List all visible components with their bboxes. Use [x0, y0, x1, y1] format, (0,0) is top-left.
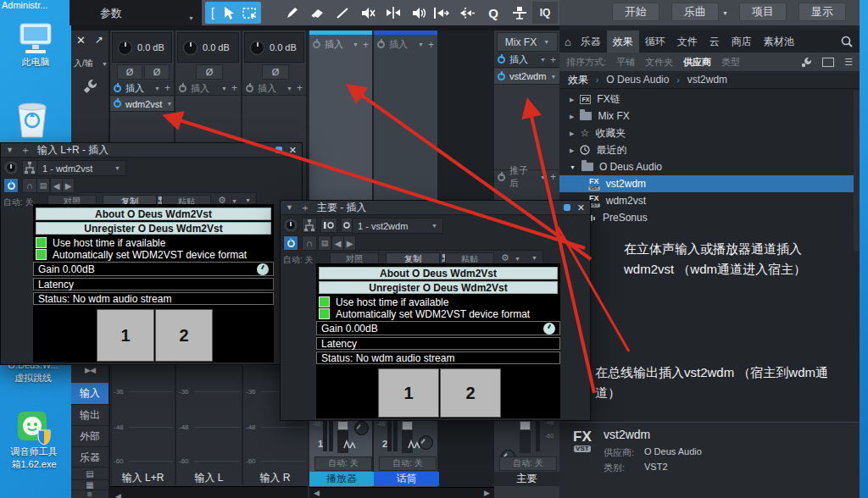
- scroll-left-icon[interactable]: ◀: [115, 492, 121, 498]
- automation-button[interactable]: 自动: 关: [499, 456, 557, 471]
- tab-shop[interactable]: 商店: [726, 30, 758, 53]
- line-tool[interactable]: [332, 3, 353, 23]
- h-scrollbar-right[interactable]: ◀▶: [309, 487, 494, 498]
- sort-vendor[interactable]: 供应商: [683, 56, 711, 69]
- gain-knob[interactable]: [250, 41, 264, 55]
- wrench-icon[interactable]: [83, 78, 98, 93]
- listen-tool[interactable]: [409, 3, 429, 23]
- prev-preset-icon[interactable]: ◀: [331, 235, 344, 251]
- bend-tool[interactable]: [383, 3, 403, 23]
- pin-icon[interactable]: [564, 204, 570, 211]
- mixfx-dropdown[interactable]: Mix FX ▼: [497, 32, 558, 52]
- collapse-icon[interactable]: ▼: [570, 164, 576, 170]
- close-icon[interactable]: ✕: [577, 202, 585, 213]
- window-titlebar[interactable]: ▼ ＋ 输入 L+R - 插入 ✕: [1, 143, 302, 158]
- gain-knob-icon[interactable]: [257, 263, 269, 275]
- insert-vst2wdm[interactable]: vst2wdm ▼: [494, 69, 559, 85]
- channel-color-bar[interactable]: [374, 30, 437, 35]
- fader-handle[interactable]: [402, 421, 413, 430]
- insert-power-icon[interactable]: [498, 73, 505, 80]
- view-panel-icon[interactable]: [822, 58, 834, 67]
- nudge-expand-tool[interactable]: [457, 3, 477, 23]
- sends-caret-icon[interactable]: ▼: [540, 174, 546, 180]
- checkbox-icon[interactable]: [319, 308, 330, 319]
- channel-name-input-lr[interactable]: 输入 L+R: [110, 471, 175, 485]
- fader-handle[interactable]: [520, 421, 531, 430]
- tree-item-presonus[interactable]: PreSonus: [559, 209, 860, 226]
- input-toggle-icon[interactable]: [320, 218, 337, 233]
- insert-section-header[interactable]: 插入 ▼ +: [309, 37, 372, 52]
- project-page-button[interactable]: 项目: [739, 3, 787, 21]
- insert-wdm2vst[interactable]: wdm2vst ▼: [110, 97, 174, 112]
- sends-power-icon[interactable]: [498, 174, 505, 181]
- close-mixer-icon[interactable]: ✕: [76, 34, 86, 47]
- sends-section-header[interactable]: 推子后 ▼ +: [494, 169, 559, 184]
- inserts-caret-icon[interactable]: ▼: [418, 42, 424, 47]
- window-menu-icon[interactable]: ▼: [286, 203, 293, 212]
- inserts-caret-icon[interactable]: ▼: [287, 86, 292, 91]
- song-page-button[interactable]: 乐曲: [671, 3, 719, 21]
- add-insert-icon[interactable]: +: [428, 40, 434, 50]
- sidebar-tab-outputs[interactable]: 输出: [71, 406, 108, 426]
- about-button[interactable]: About O Deus Wdm2Vst: [319, 267, 558, 279]
- insert-section-header[interactable]: 插入 ▼ +: [374, 37, 437, 52]
- channel-name-input-l[interactable]: 输入 L: [175, 471, 242, 485]
- song-caret-icon[interactable]: ▼: [722, 10, 728, 16]
- tree-item-recent[interactable]: ▶ 最近的: [559, 141, 860, 158]
- desktop-icon-recycle-bin[interactable]: [14, 98, 51, 144]
- channel-name-input-r[interactable]: 输入 R: [242, 471, 308, 485]
- filter-wrench-icon[interactable]: [801, 57, 812, 67]
- gain-knob[interactable]: [118, 41, 132, 55]
- phase-right-button[interactable]: Ø: [144, 64, 170, 80]
- prev-preset-icon[interactable]: ◀: [50, 178, 63, 193]
- inserts-power-icon[interactable]: [246, 85, 253, 92]
- insert-section-header[interactable]: 插入 ▼ +: [175, 81, 241, 96]
- automation-state[interactable]: 自动: 关: [283, 254, 314, 266]
- gain-row[interactable]: Gain 0.00dB: [33, 262, 274, 276]
- insert-power-icon[interactable]: [114, 100, 121, 108]
- inserts-caret-icon[interactable]: ▼: [221, 86, 227, 91]
- window-add-icon[interactable]: ＋: [300, 201, 310, 215]
- iq-button[interactable]: IQ: [532, 2, 558, 24]
- plugin-power-button[interactable]: [283, 235, 298, 251]
- gear-caret-icon[interactable]: ▼: [231, 198, 237, 204]
- add-insert-icon[interactable]: +: [297, 83, 303, 93]
- range-bracket-icon[interactable]: [: [207, 3, 219, 23]
- add-insert-icon[interactable]: +: [231, 83, 237, 93]
- channel-name-player[interactable]: 播放器: [309, 472, 374, 486]
- mute-tool[interactable]: [358, 3, 378, 23]
- sidebar-tab-inputs[interactable]: 输入: [71, 383, 108, 405]
- v-scrollbar[interactable]: [854, 91, 860, 252]
- inserts-caret-icon[interactable]: ▼: [540, 57, 546, 63]
- close-icon[interactable]: ✕: [289, 145, 297, 156]
- channel-name-mic[interactable]: 话筒: [374, 472, 439, 486]
- params-panel[interactable]: 参数 ▼: [70, 0, 202, 25]
- knob-mode-icon[interactable]: [3, 160, 19, 175]
- list-icon[interactable]: ≡: [71, 490, 108, 498]
- insert-caret-icon[interactable]: ▼: [550, 74, 556, 80]
- automation-button[interactable]: 自动: 关: [314, 456, 372, 471]
- knob-mode-icon[interactable]: [283, 218, 298, 233]
- insert-section-header[interactable]: 插入 ▼ +: [494, 53, 559, 68]
- tab-pool[interactable]: 素材池: [758, 30, 800, 53]
- gain-knob-icon[interactable]: [543, 323, 555, 335]
- desktop-icon-this-pc[interactable]: 此电脑: [10, 22, 61, 69]
- channel-color-bar[interactable]: [309, 30, 372, 35]
- macro-tool[interactable]: [509, 3, 530, 23]
- breadcrumb-effects[interactable]: 效果: [568, 73, 588, 87]
- sort-type[interactable]: 类型: [721, 56, 740, 69]
- checkbox-icon[interactable]: [36, 237, 47, 248]
- next-preset-icon[interactable]: ▶: [62, 178, 75, 193]
- window-menu-icon[interactable]: ▼: [6, 146, 14, 154]
- erase-tool[interactable]: [307, 3, 327, 23]
- banks-icon[interactable]: ▤: [71, 468, 108, 480]
- inserts-power-icon[interactable]: [498, 56, 505, 64]
- plugin-power-button[interactable]: [3, 178, 19, 193]
- sidebar-tab-instruments[interactable]: 乐器: [71, 448, 108, 468]
- phase-button[interactable]: Ø: [196, 64, 223, 80]
- insert-section-header[interactable]: 插入 ▼ +: [110, 81, 174, 96]
- expand-icon[interactable]: ▶: [570, 97, 574, 102]
- pin-icon[interactable]: [275, 147, 282, 153]
- gear-caret-icon[interactable]: ▼: [515, 256, 520, 262]
- desktop-icon-toolbox[interactable]: 调音师工具 箱1.62.exe: [3, 410, 64, 471]
